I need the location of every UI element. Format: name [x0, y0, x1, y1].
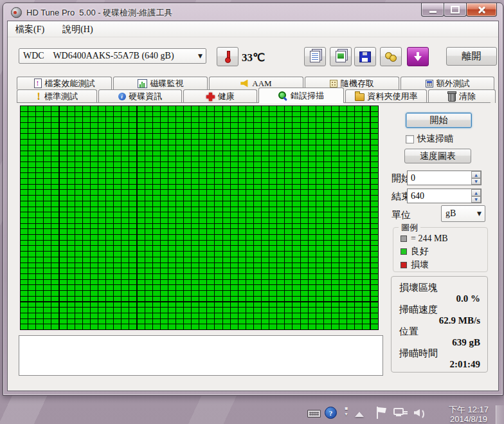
- quick-scan-checkbox[interactable]: [406, 135, 414, 143]
- clock-date: 2014/8/19: [444, 414, 494, 424]
- tab-pane-border: [17, 102, 491, 103]
- action-center-flag-icon[interactable]: [376, 407, 386, 419]
- file-benchmark-icon: [34, 78, 42, 88]
- tab-health[interactable]: 健康: [183, 89, 257, 103]
- spin-up-icon: ▲: [474, 172, 478, 177]
- show-desktop-button[interactable]: [496, 405, 504, 424]
- minimize-icon: [429, 11, 437, 13]
- hdtune-window: HD Tune Pro 5.00 - 硬碟檢測-維護工具 檔案(F) 說明(H)…: [3, 3, 503, 396]
- tab-label: 檔案效能測試: [45, 78, 95, 89]
- spin-up-button[interactable]: ▲: [471, 189, 481, 196]
- drive-selector-value: WDC WD6400AAKS-55A7B (640 gB): [23, 51, 174, 61]
- save-button[interactable]: [354, 47, 376, 66]
- chevron-down-icon: ▼: [477, 210, 482, 217]
- download-arrow-icon: [413, 51, 423, 62]
- titlebar[interactable]: HD Tune Pro 5.00 - 硬碟檢測-維護工具: [3, 3, 503, 21]
- keyboard-tray-icon[interactable]: [307, 410, 321, 418]
- app-icon: [11, 7, 22, 18]
- desktop: HD Tune Pro 5.00 - 硬碟檢測-維護工具 檔案(F) 說明(H)…: [0, 0, 504, 424]
- help-tray-icon[interactable]: [325, 407, 337, 419]
- volume-tray-icon[interactable]: [414, 408, 426, 418]
- maximize-icon: [451, 6, 460, 14]
- stat-label: 掃瞄時間: [399, 348, 480, 359]
- red-cross-icon: [206, 93, 215, 101]
- unit-selector-value: gB: [446, 208, 456, 219]
- status-message-box: [19, 335, 383, 376]
- start-position-spinner: ▲ ▼: [407, 171, 482, 185]
- tab-file-benchmark[interactable]: 檔案效能測試: [17, 77, 112, 89]
- tab-erase[interactable]: 清除: [428, 89, 496, 103]
- aam-settings-button[interactable]: [380, 47, 402, 66]
- window-controls: [422, 3, 497, 17]
- show-hidden-icons-caret-icon[interactable]: [355, 412, 364, 417]
- exit-button[interactable]: 離開: [446, 47, 497, 66]
- tab-disk-monitor[interactable]: 磁碟監視: [113, 77, 208, 89]
- update-button[interactable]: [407, 47, 429, 66]
- stat-value: 0.0 %: [399, 293, 480, 304]
- drive-selector[interactable]: WDC WD6400AAKS-55A7B (640 gB) ▼: [19, 48, 206, 64]
- stat-value: 2:01:49: [399, 359, 480, 370]
- stat-value: 62.9 MB/s: [399, 315, 480, 326]
- legend-title: 圖例: [399, 222, 420, 234]
- tab-extra-tests[interactable]: 額外測試: [401, 77, 494, 89]
- start-scan-button[interactable]: 開始: [406, 113, 472, 128]
- legend-item-damaged: 損壞: [401, 259, 487, 271]
- taskbar-clock[interactable]: 下午 12:17 2014/8/19: [444, 405, 494, 424]
- spin-down-button[interactable]: ▼: [471, 196, 481, 203]
- start-position-input[interactable]: [407, 171, 482, 185]
- legend-item-good: 良好: [401, 246, 487, 257]
- gears-icon: [385, 52, 397, 62]
- copy-image-button[interactable]: [330, 47, 352, 66]
- good-swatch-icon: [401, 248, 407, 255]
- info-icon: [118, 93, 126, 100]
- thermometer-icon: [224, 51, 231, 63]
- unit-selector[interactable]: gB ▼: [441, 205, 485, 222]
- tab-label: 隨機存取: [341, 78, 374, 89]
- temperature-button[interactable]: [217, 47, 239, 66]
- floppy-save-icon: [359, 51, 371, 62]
- tab-row-bottom: 標準測試 硬碟資訊 健康 錯誤掃描 資料夾使用率: [17, 89, 496, 103]
- end-position-input[interactable]: [407, 189, 482, 203]
- damaged-swatch-icon: [401, 262, 407, 268]
- tab-folder-usage[interactable]: 資料夾使用率: [345, 89, 427, 103]
- stat-label: 損壞區塊: [399, 282, 480, 293]
- speaker-icon: [240, 80, 249, 88]
- spin-down-icon: ▼: [474, 197, 478, 201]
- close-button[interactable]: [466, 3, 497, 17]
- tab-label: 標準測試: [44, 91, 78, 102]
- tab-label: 額外測試: [437, 78, 470, 89]
- tab-disk-info[interactable]: 硬碟資訊: [98, 89, 182, 103]
- spin-up-button[interactable]: ▲: [471, 171, 481, 178]
- exclamation-icon: [36, 91, 41, 102]
- legend-block-label: = 244 MB: [411, 234, 448, 244]
- ime-tray-icon[interactable]: ▪▾: [343, 405, 349, 418]
- minimize-button[interactable]: [421, 3, 444, 17]
- client-area: 檔案(F) 說明(H) WDC WD6400AAKS-55A7B (640 gB…: [7, 21, 499, 391]
- tab-benchmark[interactable]: 標準測試: [17, 89, 97, 103]
- tab-label: 硬碟資訊: [129, 91, 163, 102]
- copy-image-icon: [336, 51, 346, 62]
- network-tray-icon[interactable]: [393, 408, 406, 419]
- spin-down-icon: ▼: [474, 179, 478, 183]
- maximize-button[interactable]: [444, 3, 467, 17]
- menu-bar: 檔案(F) 說明(H): [8, 21, 498, 37]
- tab-error-scan[interactable]: 錯誤掃描: [258, 88, 344, 103]
- tab-label: 清除: [459, 91, 476, 102]
- copy-text-button[interactable]: [304, 47, 326, 66]
- stat-label: 掃瞄速度: [399, 304, 480, 315]
- legend: 圖例 = 244 MB 良好 損壞: [393, 227, 488, 272]
- random-access-icon: [330, 80, 338, 88]
- menu-file[interactable]: 檔案(F): [15, 24, 44, 37]
- speed-map-button[interactable]: 速度圖表: [404, 149, 471, 163]
- legend-good-label: 良好: [411, 246, 429, 257]
- tab-label: 磁碟監視: [150, 78, 184, 89]
- block-swatch-icon: [401, 235, 407, 242]
- spin-down-button[interactable]: ▼: [471, 178, 481, 185]
- spinner-buttons: ▲ ▼: [471, 189, 481, 203]
- copy-text-icon: [310, 51, 320, 62]
- quick-scan-label: 快速掃瞄: [417, 133, 453, 145]
- spinner-buttons: ▲ ▼: [471, 171, 481, 185]
- window-title: HD Tune Pro 5.00 - 硬碟檢測-維護工具: [26, 7, 173, 19]
- menu-help[interactable]: 說明(H): [62, 24, 93, 37]
- tab-row-top: 檔案效能測試 磁碟監視 AAM 隨機存取 額外測試: [17, 77, 494, 89]
